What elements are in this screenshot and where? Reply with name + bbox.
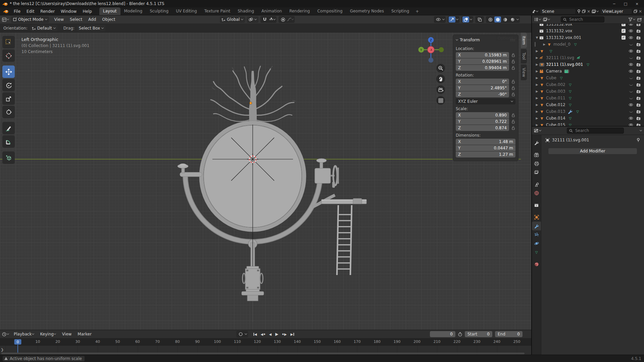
timeline-expand-icon[interactable]: ❯ — [1, 348, 4, 352]
properties-tab-object-data[interactable]: ▽ — [532, 248, 541, 257]
panel-drag-handle[interactable]: :::: — [510, 38, 515, 42]
select-box-tool[interactable] — [2, 36, 15, 48]
measure-tool[interactable] — [2, 135, 15, 148]
field-location--y[interactable]: Y0.028961 m — [456, 58, 509, 64]
outliner-restriction-icon[interactable] — [543, 17, 550, 21]
workspace-tab-rendering[interactable]: Rendering — [286, 7, 313, 15]
properties-tab-tool[interactable] — [532, 138, 541, 147]
outliner-row[interactable]: ▼1313132.vox.001✓ — [532, 34, 644, 41]
expand-arrow-icon[interactable]: ▶ — [542, 43, 547, 46]
unlink-scene-icon[interactable]: × — [587, 9, 590, 14]
hide-toggle[interactable] — [627, 77, 635, 79]
workspace-tab-geometry-nodes[interactable]: Geometry Nodes — [346, 7, 388, 15]
properties-search[interactable] — [567, 128, 624, 134]
properties-editor-type-icon[interactable] — [534, 129, 541, 133]
overlays-toggle[interactable] — [462, 16, 469, 22]
viewport-menu-select[interactable]: Select — [67, 16, 85, 22]
hide-toggle[interactable] — [627, 24, 635, 26]
outliner-row[interactable]: ▶▼Cube.013▽ — [532, 108, 644, 115]
outliner-row[interactable]: ▶32111 (1).svg — [532, 54, 644, 61]
field-rotation--x[interactable]: X0° — [456, 79, 509, 85]
disable-in-render-toggle[interactable] — [635, 70, 642, 73]
hide-toggle[interactable] — [627, 124, 635, 126]
viewport-menu-add[interactable]: Add — [86, 16, 99, 22]
next-keyframe-button[interactable]: ◆▶ — [281, 332, 288, 336]
transform-tool[interactable] — [2, 106, 15, 118]
hide-toggle[interactable] — [627, 97, 635, 99]
scene-selector[interactable]: Scene — [540, 8, 576, 14]
expand-arrow-icon[interactable]: ▶ — [535, 63, 539, 66]
viewlayer-selector[interactable]: ViewLayer — [600, 8, 632, 14]
expand-arrow-icon[interactable]: ▶ — [535, 110, 539, 113]
shading-material-button[interactable] — [502, 16, 508, 22]
outliner-row[interactable]: ▶▼Cube.011▽ — [532, 95, 644, 101]
menu-edit[interactable]: Edit — [24, 8, 37, 14]
timeline-menu-keying[interactable]: Keying — [38, 331, 59, 337]
shading-solid-button[interactable] — [494, 16, 501, 22]
current-frame-field[interactable]: 0 — [430, 331, 455, 337]
expand-arrow-icon[interactable]: ▶ — [535, 103, 539, 106]
menu-window[interactable]: Window — [58, 8, 79, 14]
outliner-row[interactable]: 1313132.vox✓ — [532, 24, 644, 28]
disable-in-render-toggle[interactable] — [635, 117, 642, 120]
timeline-menu-playback[interactable]: Playback — [11, 331, 37, 337]
properties-tab-world[interactable] — [532, 189, 541, 197]
playhead[interactable] — [17, 344, 18, 353]
rotation-mode-selector[interactable]: XYZ Euler — [456, 98, 515, 104]
object-visibility-icon[interactable] — [435, 16, 442, 22]
workspace-tab-layout[interactable]: Layout — [99, 7, 120, 15]
outliner-row[interactable]: ▶▼32111 (1).svg.001▽ — [532, 61, 644, 68]
expand-arrow-icon[interactable]: ▼ — [535, 36, 539, 39]
outliner-row[interactable]: 1313132.vox✓ — [532, 28, 644, 34]
viewport-3d[interactable]: Orientation: Default Drag: Select Box — [0, 24, 531, 330]
lock-open-icon[interactable] — [511, 66, 515, 70]
lock-open-icon[interactable] — [511, 60, 515, 63]
sidebar-tab-view[interactable]: View — [521, 64, 527, 80]
close-button[interactable]: × — [632, 2, 642, 6]
properties-tab-render[interactable] — [532, 150, 541, 159]
expand-arrow-icon[interactable]: ▶ — [535, 90, 539, 93]
menu-help[interactable]: Help — [80, 8, 94, 14]
shading-wireframe-button[interactable] — [487, 16, 494, 22]
outliner-row[interactable]: ▶▼Cube.014▽ — [532, 115, 644, 122]
navigation-gizmo[interactable]: Y Z -X — [418, 37, 444, 63]
proportional-falloff-selector[interactable] — [287, 16, 294, 22]
remove-viewlayer-icon[interactable]: × — [639, 9, 642, 14]
disable-in-render-toggle[interactable] — [635, 103, 642, 107]
field-dimensions--z[interactable]: Z1.27 m — [456, 151, 515, 157]
cursor-tool[interactable] — [2, 49, 15, 62]
add-modifier-button[interactable]: Add Modifier — [548, 148, 637, 154]
drag-mode-selector[interactable]: Select Box — [77, 25, 105, 31]
annotate-tool[interactable] — [2, 122, 15, 134]
disable-in-render-toggle[interactable] — [635, 63, 642, 66]
timeline-scrollbar[interactable] — [1, 353, 525, 354]
lock-open-icon[interactable] — [511, 114, 515, 117]
viewport-menu-view[interactable]: View — [52, 16, 66, 22]
hide-toggle[interactable] — [627, 57, 635, 59]
hide-toggle[interactable] — [627, 103, 635, 106]
hide-toggle[interactable] — [627, 63, 635, 66]
lock-open-icon[interactable] — [511, 126, 515, 130]
pivot-point-selector[interactable] — [247, 16, 258, 23]
properties-options-icon[interactable] — [640, 129, 642, 132]
field-scale--z[interactable]: Z0.874 — [456, 125, 509, 131]
frame-start-field[interactable]: Start0 — [465, 331, 492, 337]
blender-menu-icon[interactable] — [0, 7, 11, 15]
workspace-tab-sculpting[interactable]: Sculpting — [146, 7, 172, 15]
field-location--x[interactable]: X0.15983 m — [456, 52, 509, 58]
sidebar-tab-item[interactable]: Item — [521, 33, 527, 48]
outliner-row[interactable]: ▶▼Cube.015▽ — [532, 122, 644, 126]
outliner-search-input[interactable] — [568, 17, 602, 22]
outliner-row[interactable]: ▶▼Cube▽ — [532, 75, 644, 81]
lock-open-icon[interactable] — [511, 120, 515, 124]
timeline-track[interactable]: ❯ — [0, 346, 531, 355]
outliner-display-mode-icon[interactable] — [534, 17, 541, 21]
field-dimensions--y[interactable]: Y0.0447 m — [456, 145, 515, 151]
workspace-tab-scripting[interactable]: Scripting — [388, 7, 413, 15]
add-cube-tool[interactable] — [2, 151, 15, 164]
play-button[interactable]: ▶ — [274, 331, 279, 337]
previous-keyframe-button[interactable]: ◀◆ — [259, 332, 266, 336]
pin-icon[interactable] — [637, 138, 640, 142]
expand-arrow-icon[interactable]: ▶ — [535, 117, 539, 120]
workspace-tab-shading[interactable]: Shading — [234, 7, 258, 15]
